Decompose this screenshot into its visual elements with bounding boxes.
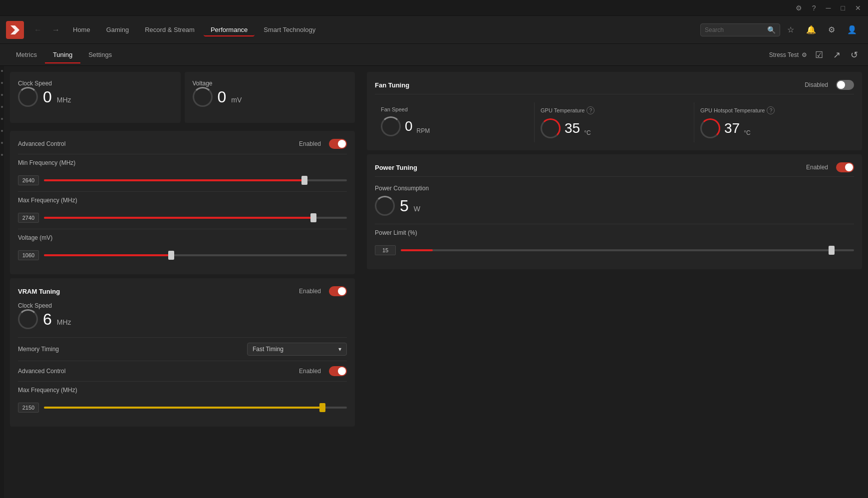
maximize-icon[interactable]: □	[838, 2, 848, 14]
min-freq-track[interactable]	[44, 179, 347, 181]
clock-display: 0 MHz	[18, 87, 173, 107]
voltage-mv-label: Voltage (mV)	[18, 234, 52, 241]
search-icon[interactable]: 🔍	[767, 26, 776, 34]
max-freq-row: Max Frequency (MHz)	[18, 191, 347, 209]
power-limit-row: Power Limit (%)	[375, 224, 854, 241]
hotspot-temp-display: 37 °C	[700, 118, 848, 138]
tab-tuning[interactable]: Tuning	[45, 46, 80, 63]
voltage-mv-row: Voltage (mV)	[18, 229, 347, 246]
export-icon[interactable]: ↗	[831, 47, 843, 62]
gpu-temp-value: 35	[565, 120, 580, 136]
max-freq-thumb[interactable]	[310, 213, 316, 222]
tab-metrics[interactable]: Metrics	[8, 46, 45, 63]
memory-timing-value: Fast Timing	[253, 346, 284, 353]
vram-clock-label: Clock Speed	[18, 302, 347, 309]
center-panel: Clock Speed 0 MHz Voltage 0 mV Adva	[4, 66, 361, 498]
favorites-icon[interactable]: ☆	[782, 22, 799, 37]
reset-icon[interactable]: ↺	[849, 47, 860, 62]
max-freq-label: Max Frequency (MHz)	[18, 197, 77, 204]
vram-max-freq-slider-row: 2150	[18, 403, 347, 413]
fan-status-label: Disabled	[805, 81, 828, 88]
account-icon[interactable]: 👤	[842, 22, 862, 37]
amd-logo	[6, 21, 24, 39]
power-gauge	[375, 196, 395, 216]
vram-max-freq-track[interactable]	[44, 407, 347, 409]
vram-max-freq-label: Max Frequency (MHz)	[18, 387, 77, 394]
vram-clock-display: 6 MHz	[18, 309, 347, 329]
nav-record[interactable]: Record & Stream	[138, 23, 202, 36]
hotspot-gauge	[700, 118, 720, 138]
voltage-mv-thumb[interactable]	[168, 251, 174, 260]
nav-gaming[interactable]: Gaming	[99, 23, 136, 36]
nav-home[interactable]: Home	[66, 23, 97, 36]
tab-settings[interactable]: Settings	[80, 46, 120, 63]
fan-speed-display: 0 RPM	[381, 116, 528, 136]
settings-window-icon[interactable]: ⚙	[793, 2, 805, 14]
min-freq-slider-row: 2640	[18, 175, 347, 185]
minimize-icon[interactable]: ─	[823, 2, 834, 14]
forward-button[interactable]: →	[48, 22, 64, 37]
hotspot-unit: °C	[744, 129, 750, 136]
settings-icon[interactable]: ⚙	[823, 22, 840, 37]
voltage-value: 0	[218, 88, 227, 106]
power-limit-thumb[interactable]	[829, 246, 835, 255]
vram-title: VRAM Tuning	[18, 288, 60, 295]
notifications-icon[interactable]: 🔔	[801, 22, 821, 37]
fan-title: Fan Tuning	[375, 81, 409, 89]
gpu-voltage-card: Voltage 0 mV	[185, 72, 355, 123]
power-consumption-label: Power Consumption	[375, 185, 854, 192]
clock-unit: MHz	[57, 96, 71, 104]
vram-advanced-row: Advanced Control Enabled	[18, 361, 347, 381]
back-button[interactable]: ←	[30, 22, 46, 37]
help-window-icon[interactable]: ?	[809, 2, 819, 14]
vram-toggle-group: Enabled	[299, 286, 347, 296]
vram-advanced-toggle-group: Enabled	[299, 366, 347, 376]
advanced-control-toggle-group: Enabled	[299, 139, 347, 149]
memory-timing-row: Memory Timing Fast Timing ▾	[18, 337, 347, 361]
power-limit-track[interactable]	[401, 249, 854, 251]
vram-max-freq-fill	[44, 407, 322, 409]
nav-performance[interactable]: Performance	[204, 23, 255, 36]
hotspot-temp-metric: GPU Hotspot Temperature ? 37 °C	[694, 102, 854, 142]
voltage-mv-track[interactable]	[44, 254, 347, 256]
max-freq-fill	[44, 217, 313, 219]
search-box: 🔍	[700, 23, 780, 36]
indicator-dot-3	[1, 94, 3, 96]
max-freq-track[interactable]	[44, 217, 347, 219]
clock-speed-label: Clock Speed	[18, 80, 173, 87]
advanced-control-toggle[interactable]	[329, 139, 347, 149]
stress-test-icon: ⚙	[802, 51, 807, 58]
vram-toggle[interactable]	[329, 286, 347, 296]
power-limit-label: Power Limit (%)	[375, 229, 417, 236]
power-value: 5	[400, 197, 409, 215]
min-freq-thumb[interactable]	[301, 176, 307, 185]
subnav-right: Stress Test ⚙ ☑ ↗ ↺	[769, 47, 860, 62]
gpu-temp-display: 35 °C	[541, 118, 688, 138]
stress-test-button[interactable]: Stress Test ⚙	[769, 51, 807, 58]
power-status-label: Enabled	[806, 164, 828, 171]
fan-toggle[interactable]	[836, 80, 854, 90]
vram-tuning-card: VRAM Tuning Enabled Clock Speed 6 MHz Me…	[10, 278, 355, 427]
indicator-dot-2	[1, 82, 3, 84]
voltage-unit: mV	[231, 96, 242, 104]
voltage-mv-slider-container: 1060	[18, 250, 347, 260]
nav-smart[interactable]: Smart Technology	[257, 23, 322, 36]
power-limit-slider-row: 15	[375, 245, 854, 255]
search-input[interactable]	[705, 26, 764, 33]
import-icon[interactable]: ☑	[813, 47, 825, 62]
indicator-dot-4	[1, 106, 3, 108]
close-icon[interactable]: ✕	[852, 2, 864, 14]
hotspot-help-icon[interactable]: ?	[767, 106, 775, 114]
vram-max-freq-thumb[interactable]	[319, 403, 325, 412]
fan-header: Fan Tuning Disabled	[375, 80, 854, 94]
max-freq-value: 2740	[18, 213, 39, 223]
vram-advanced-toggle[interactable]	[329, 366, 347, 376]
fan-speed-label: Fan Speed	[381, 106, 528, 112]
voltage-mv-slider-row: 1060	[18, 250, 347, 260]
gpu-temp-gauge	[541, 118, 561, 138]
vram-advanced-enabled-label: Enabled	[299, 368, 321, 375]
power-toggle[interactable]	[836, 162, 854, 172]
gpu-temp-help-icon[interactable]: ?	[586, 106, 594, 114]
memory-timing-dropdown[interactable]: Fast Timing ▾	[247, 343, 347, 356]
voltage-label: Voltage	[193, 80, 347, 87]
